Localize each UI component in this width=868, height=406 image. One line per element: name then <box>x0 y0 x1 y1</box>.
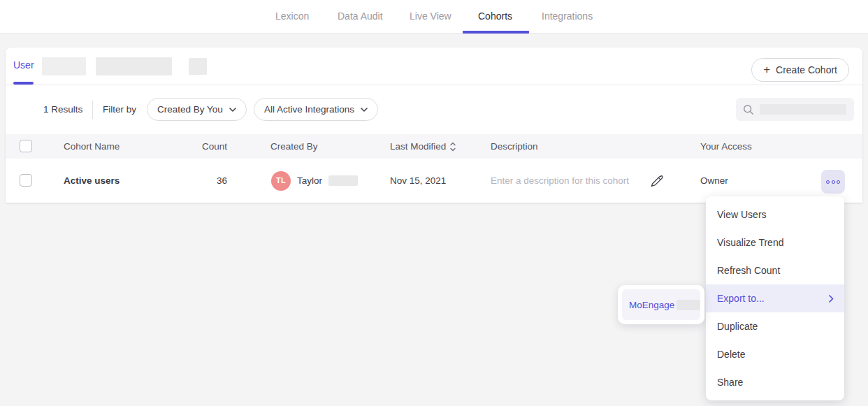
nav-item-cohorts[interactable]: Cohorts <box>478 0 512 33</box>
chevron-down-icon <box>229 108 236 112</box>
col-header-last-modified-label: Last Modified <box>390 134 446 159</box>
menu-item-view-users[interactable]: View Users <box>706 201 844 229</box>
context-menu: View Users Visualize Trend Refresh Count… <box>706 196 844 400</box>
created-by-name: Taylor <box>297 159 322 203</box>
nav-item-integrations[interactable]: Integrations <box>542 0 593 33</box>
last-modified-cell: Nov 15, 2021 <box>390 159 446 203</box>
pencil-icon <box>650 174 664 188</box>
cohort-name-link[interactable]: Active users <box>64 159 120 203</box>
submenu-item-moengage-label: MoEngage <box>629 300 674 310</box>
integrations-filter-dropdown[interactable]: All Active Integrations <box>254 98 378 121</box>
menu-item-share[interactable]: Share <box>706 368 844 396</box>
plus-icon: + <box>763 64 770 75</box>
chevron-down-icon <box>361 108 368 112</box>
top-nav: Lexicon Data Audit Live View Cohorts Int… <box>0 0 868 34</box>
cohort-type-tabs: User + Create Cohort <box>6 48 862 85</box>
menu-item-export-to[interactable]: Export to... <box>706 284 844 312</box>
divider <box>92 101 93 119</box>
cohort-count: 36 <box>217 159 227 203</box>
menu-item-refresh-count[interactable]: Refresh Count <box>706 256 844 284</box>
col-header-created-by[interactable]: Created By <box>270 134 318 159</box>
avatar: TL <box>271 171 291 191</box>
redacted-search-text <box>760 104 846 115</box>
col-header-last-modified[interactable]: Last Modified <box>390 134 456 159</box>
select-all-checkbox[interactable] <box>20 140 32 152</box>
table-header: Cohort Name Count Created By Last Modifi… <box>6 134 862 159</box>
create-cohort-label: Create Cohort <box>776 64 837 75</box>
created-by-filter-dropdown[interactable]: Created By You <box>147 98 247 121</box>
menu-item-export-to-label: Export to... <box>717 293 765 304</box>
create-cohort-button[interactable]: + Create Cohort <box>751 58 849 82</box>
menu-item-visualize-trend[interactable]: Visualize Trend <box>706 229 844 256</box>
export-submenu: MoEngage <box>618 285 704 324</box>
more-options-icon <box>826 180 830 184</box>
more-options-button[interactable] <box>821 170 845 194</box>
more-options-icon <box>832 180 835 184</box>
col-header-description[interactable]: Description <box>491 134 538 159</box>
created-by-cell: TL Taylor <box>271 159 358 203</box>
cohorts-card: User + Create Cohort 1 Results Filter by… <box>6 48 862 203</box>
created-by-filter-label: Created By You <box>157 104 223 115</box>
col-header-your-access[interactable]: Your Access <box>700 134 752 159</box>
search-icon <box>742 103 755 116</box>
tab-user[interactable]: User <box>13 48 34 85</box>
redacted-tab <box>42 57 86 75</box>
nav-item-lexicon[interactable]: Lexicon <box>275 0 309 33</box>
redacted-tab <box>189 58 207 75</box>
menu-item-duplicate[interactable]: Duplicate <box>706 312 844 340</box>
menu-item-delete[interactable]: Delete <box>706 340 844 368</box>
active-nav-underline <box>463 31 529 34</box>
results-count: 1 Results <box>43 85 82 134</box>
search-input[interactable] <box>736 98 854 121</box>
submenu-item-moengage[interactable]: MoEngage <box>622 289 700 320</box>
filter-toolbar: 1 Results Filter by Created By You All A… <box>6 85 862 134</box>
sort-icon[interactable] <box>450 142 456 152</box>
cohorts-page: { "colors": { "accent": "#554fd8", "avat… <box>0 0 868 406</box>
redacted-submenu-text <box>677 300 700 310</box>
integrations-filter-label: All Active Integrations <box>264 104 354 115</box>
active-tab-underline <box>13 82 34 85</box>
col-header-cohort-name[interactable]: Cohort Name <box>64 134 120 159</box>
nav-item-data-audit[interactable]: Data Audit <box>338 0 383 33</box>
nav-item-live-view[interactable]: Live View <box>410 0 451 33</box>
chevron-right-icon <box>829 284 834 312</box>
description-placeholder[interactable]: Enter a description for this cohort <box>491 159 629 203</box>
row-checkbox[interactable] <box>20 174 32 187</box>
col-header-count[interactable]: Count <box>202 134 227 159</box>
more-options-icon <box>837 180 840 184</box>
filter-by-label: Filter by <box>103 85 136 134</box>
edit-description-button[interactable] <box>650 174 664 188</box>
redacted-last-name <box>328 175 358 186</box>
redacted-tab <box>96 57 172 75</box>
